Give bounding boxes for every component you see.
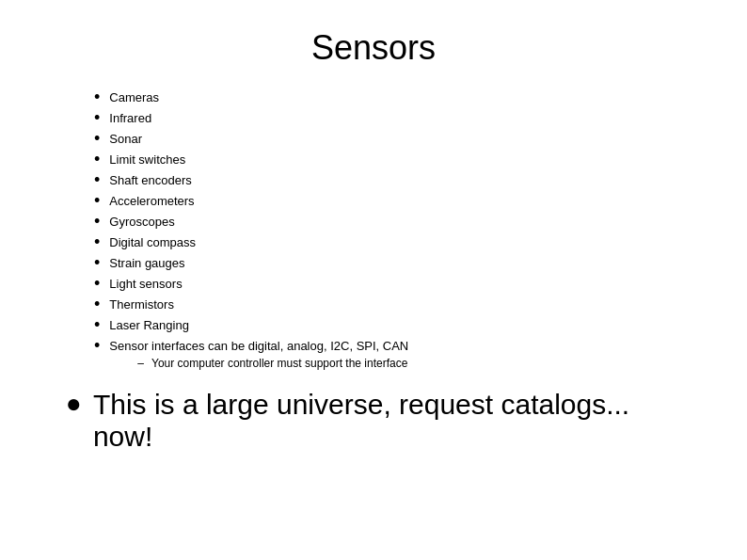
item-label: Shaft encoders	[109, 173, 191, 187]
list-item-sonar: • Sonar	[94, 132, 691, 147]
bullet-icon: •	[94, 275, 100, 292]
sub-bullet-list: – Your computer controller must support …	[137, 357, 408, 370]
bullet-icon: •	[94, 151, 100, 168]
dash-icon: –	[137, 357, 144, 370]
list-item-shaft-encoders: • Shaft encoders	[94, 173, 691, 188]
list-item-thermistors: • Thermistors	[94, 297, 691, 312]
list-item-sensor-interfaces: • Sensor interfaces can be digital, anal…	[94, 339, 691, 374]
list-item-limit-switches: • Limit switches	[94, 152, 691, 168]
bullet-icon: •	[94, 109, 100, 126]
bullet-icon: •	[94, 192, 100, 209]
bullet-icon: •	[94, 130, 100, 147]
item-label: Gyroscopes	[109, 215, 174, 229]
sensor-list: • Cameras • Infrared • Sonar • Limit swi…	[94, 90, 691, 374]
list-item-light-sensors: • Light sensors	[94, 277, 691, 292]
item-label: Laser Ranging	[109, 318, 189, 332]
item-label: Light sensors	[109, 277, 182, 291]
sub-list-item: – Your computer controller must support …	[137, 357, 408, 370]
bullet-icon: •	[94, 213, 100, 230]
item-label: Cameras	[109, 90, 159, 104]
list-item-cameras: • Cameras	[94, 90, 691, 105]
item-label: Limit switches	[109, 152, 185, 167]
list-item-digital-compass: • Digital compass	[94, 235, 691, 250]
item-label: Strain gauges	[109, 256, 184, 270]
item-label: Infrared	[109, 111, 151, 125]
list-item-laser-ranging: • Laser Ranging	[94, 318, 691, 333]
bullet-icon: •	[94, 171, 100, 188]
item-label: Sensor interfaces can be digital, analog…	[109, 339, 408, 353]
item-label: Accelerometers	[109, 194, 194, 208]
item-label: Thermistors	[109, 297, 174, 312]
page-title: Sensors	[56, 28, 691, 68]
bullet-icon: •	[94, 316, 100, 333]
item-label: Digital compass	[109, 235, 196, 249]
list-item-accelerometers: • Accelerometers	[94, 194, 691, 209]
big-bullet-text: This is a large universe, request catalo…	[93, 389, 691, 453]
bullet-icon: •	[94, 296, 100, 312]
bullet-icon: •	[94, 254, 100, 271]
bullet-icon: •	[94, 233, 100, 250]
bullet-icon: •	[94, 88, 100, 105]
list-item-infrared: • Infrared	[94, 111, 691, 126]
big-bullet-item: ● This is a large universe, request cata…	[66, 389, 691, 453]
list-item-strain-gauges: • Strain gauges	[94, 256, 691, 271]
big-bullet-icon: ●	[66, 391, 82, 417]
item-label: Sonar	[109, 132, 142, 146]
bullet-icon: •	[94, 337, 100, 354]
list-item-gyroscopes: • Gyroscopes	[94, 215, 691, 230]
sub-item-label: Your computer controller must support th…	[151, 357, 407, 370]
